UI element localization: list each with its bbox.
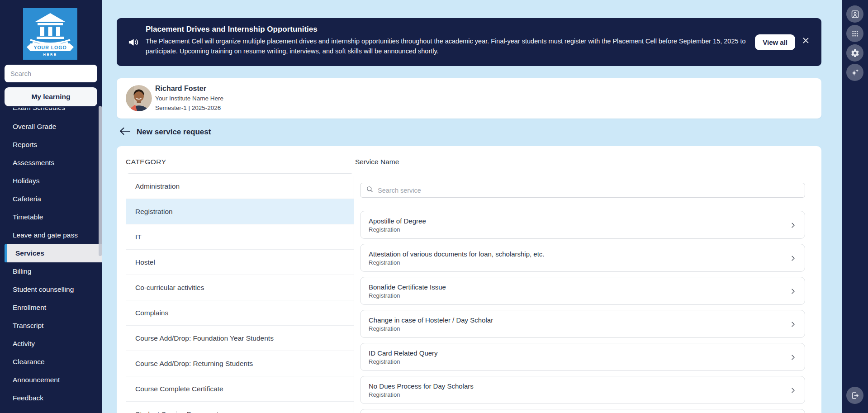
sidebar: YOUR LOGO HERE My learning Exam Schedule… xyxy=(0,0,102,413)
page-title: New service request xyxy=(137,128,211,137)
sidebar-item-activity[interactable]: Activity xyxy=(0,335,102,353)
sidebar-item-billing[interactable]: Billing xyxy=(0,262,102,280)
category-item-student-service-document[interactable]: Student Service Document xyxy=(126,402,354,413)
sidebar-item-leave-and-gate-pass[interactable]: Leave and gate pass xyxy=(0,226,102,244)
sidebar-item-label: Enrollment xyxy=(13,304,46,312)
view-all-button[interactable]: View all xyxy=(755,34,795,50)
category-item-label: Course Add/Drop: Returning Students xyxy=(135,360,253,368)
category-item-complains[interactable]: Complains xyxy=(126,300,354,326)
service-card-partial[interactable] xyxy=(360,409,805,413)
service-card-attestation-of-various-documents-for-loan-scholarship-etc[interactable]: Attestation of various documents for loa… xyxy=(360,244,805,272)
category-item-course-add-drop-foundation-year-students[interactable]: Course Add/Drop: Foundation Year Student… xyxy=(126,326,354,351)
category-item-course-add-drop-returning-students[interactable]: Course Add/Drop: Returning Students xyxy=(126,351,354,376)
sidebar-item-label: Student counselling xyxy=(13,285,74,294)
service-category: Registration xyxy=(369,292,781,300)
category-item-registration[interactable]: Registration xyxy=(126,199,354,224)
service-title: Attestation of various documents for loa… xyxy=(369,249,781,259)
sidebar-scrollbar-thumb[interactable] xyxy=(99,106,102,256)
service-column: Apostille of Degree Registration Attesta… xyxy=(360,183,805,413)
category-item-label: Co-curricular activities xyxy=(135,284,204,292)
category-item-label: Student Service Document xyxy=(135,410,218,413)
chevron-right-icon xyxy=(789,353,797,364)
sidebar-item-enrollment[interactable]: Enrollment xyxy=(0,299,102,317)
sidebar-item-cafeteria[interactable]: Cafeteria xyxy=(0,190,102,208)
sidebar-item-timetable[interactable]: Timetable xyxy=(0,208,102,226)
service-category: Registration xyxy=(369,358,781,366)
service-category: Registration xyxy=(369,259,781,267)
sidebar-item-label: Holidays xyxy=(13,177,39,185)
sidebar-item-holidays[interactable]: Holidays xyxy=(0,172,102,190)
service-card-apostille-of-degree[interactable]: Apostille of Degree Registration xyxy=(360,211,805,239)
category-item-label: IT xyxy=(135,233,142,241)
sidebar-item-label: Assessments xyxy=(13,159,54,167)
service-search-input[interactable] xyxy=(378,187,799,194)
service-list: Apostille of Degree Registration Attesta… xyxy=(360,211,805,404)
logout-button[interactable] xyxy=(846,387,863,404)
category-item-administration[interactable]: Administration xyxy=(126,174,354,199)
sidebar-item-label: Reports xyxy=(13,141,37,149)
service-name-header: Service Name xyxy=(355,158,399,166)
service-card-no-dues-process-for-day-scholars[interactable]: No Dues Process for Day Scholars Registr… xyxy=(360,376,805,404)
service-card-id-card-related-query[interactable]: ID Card Related Query Registration xyxy=(360,343,805,371)
sidebar-nav: Overall Grade Reports Assessments Holida… xyxy=(0,118,102,407)
profile-photo-icon xyxy=(850,9,860,19)
logout-icon xyxy=(850,391,860,400)
banner-title: Placement Drives and Internship Opportun… xyxy=(146,24,752,34)
ai-assistant-button[interactable] xyxy=(846,64,863,81)
service-category: Registration xyxy=(369,226,781,234)
sidebar-item-reports[interactable]: Reports xyxy=(0,136,102,154)
apps-grid-button[interactable] xyxy=(846,25,863,42)
profile-term: Semester-1 | 2025-2026 xyxy=(155,103,223,113)
sidebar-item-announcement[interactable]: Announcement xyxy=(0,371,102,389)
category-item-co-curricular-activities[interactable]: Co-curricular activities xyxy=(126,275,354,300)
sidebar-item-clearance[interactable]: Clearance xyxy=(0,353,102,371)
sidebar-item-label: Announcement xyxy=(13,376,60,384)
ai-sparkles-icon xyxy=(850,68,860,77)
sidebar-item-feedback[interactable]: Feedback xyxy=(0,389,102,407)
apps-grid-icon xyxy=(851,29,859,38)
category-item-label: Administration xyxy=(135,182,180,190)
sidebar-item-label: Services xyxy=(15,249,44,257)
category-item-label: Complains xyxy=(135,309,168,317)
right-toolbar xyxy=(842,0,868,413)
back-button[interactable] xyxy=(119,127,131,137)
service-title: Change in case of Hosteler / Day Scholar xyxy=(369,315,781,325)
category-item-hostel[interactable]: Hostel xyxy=(126,250,354,275)
sidebar-item-label: Timetable xyxy=(13,213,43,221)
service-category: Registration xyxy=(369,391,781,399)
service-category: Registration xyxy=(369,325,781,333)
category-item-it[interactable]: IT xyxy=(126,224,354,250)
settings-gear-icon xyxy=(850,48,860,58)
chevron-right-icon xyxy=(789,254,797,265)
sidebar-item-student-counselling[interactable]: Student counselling xyxy=(0,280,102,299)
category-item-course-complete-certificate[interactable]: Course Complete Certificate xyxy=(126,376,354,402)
service-card-change-in-case-of-hosteler-day-scholar[interactable]: Change in case of Hosteler / Day Scholar… xyxy=(360,310,805,338)
service-search xyxy=(360,183,805,198)
my-learning-button[interactable]: My learning xyxy=(5,87,97,106)
sidebar-item-services[interactable]: Services xyxy=(5,244,102,262)
category-header: CATEGORY xyxy=(126,158,166,166)
service-title: ID Card Related Query xyxy=(369,348,781,358)
service-title: Apostille of Degree xyxy=(369,216,781,226)
chevron-right-icon xyxy=(789,386,797,397)
sidebar-item-label: Overall Grade xyxy=(13,123,56,131)
profile-photo-button[interactable] xyxy=(846,5,863,23)
settings-button[interactable] xyxy=(846,44,863,62)
category-item-label: Hostel xyxy=(135,258,155,266)
app-root: { "app": { "colors": { "navy": "#162047"… xyxy=(0,0,868,413)
sidebar-search-input[interactable] xyxy=(5,65,97,82)
sidebar-item-label: Leave and gate pass xyxy=(13,231,78,239)
profile-institute: Your Institute Name Here xyxy=(155,94,223,103)
sidebar-item-assessments[interactable]: Assessments xyxy=(0,154,102,172)
service-card-bonafide-certificate-issue[interactable]: Bonafide Certificate Issue Registration xyxy=(360,277,805,305)
sidebar-item-exam-schedules-partial[interactable]: Exam Schedules xyxy=(0,108,99,113)
sidebar-item-label: Feedback xyxy=(13,394,43,402)
chevron-right-icon xyxy=(789,320,797,331)
category-item-label: Course Complete Certificate xyxy=(135,385,223,393)
service-title: No Dues Process for Day Scholars xyxy=(369,381,781,391)
sidebar-item-overall-grade[interactable]: Overall Grade xyxy=(0,118,102,136)
banner-close-button[interactable] xyxy=(801,36,811,46)
search-icon xyxy=(366,185,374,195)
profile-name: Richard Foster xyxy=(155,84,223,94)
sidebar-item-transcript[interactable]: Transcript xyxy=(0,317,102,335)
